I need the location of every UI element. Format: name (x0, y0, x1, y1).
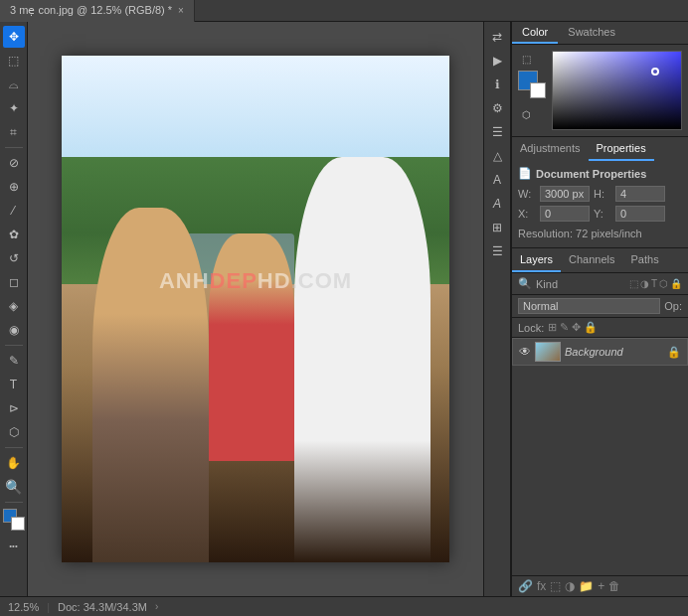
x-label: X: (518, 208, 536, 220)
color-box[interactable] (3, 509, 25, 531)
opacity-label: Op: (664, 300, 682, 312)
add-group-icon[interactable]: 📁 (579, 579, 594, 593)
mid-adjust-btn[interactable]: △ (486, 145, 508, 167)
blend-mode-select[interactable]: Normal (518, 298, 660, 314)
background-color-swatch[interactable] (11, 517, 25, 531)
mid-play-btn[interactable]: ▶ (486, 50, 508, 72)
h-value[interactable]: 4 (615, 186, 665, 202)
tab-filename: 3 mẹ con.jpg @ 12.5% (RGB/8) * (10, 4, 172, 17)
quick-select-tool[interactable]: ✦ (3, 97, 25, 119)
color-spectrum[interactable] (552, 51, 682, 130)
layer-name: Background (565, 346, 623, 358)
status-arrow[interactable]: › (155, 601, 158, 612)
mid-bars-btn[interactable]: ☰ (486, 240, 508, 262)
mid-info-btn[interactable]: ℹ (486, 74, 508, 95)
layer-visibility-icon[interactable]: 👁 (519, 345, 531, 359)
canvas-wrapper: ANHDEPHD.COM (62, 56, 449, 562)
add-adjustment-icon[interactable]: ◑ (565, 579, 575, 593)
watermark: ANHDEPHD.COM (159, 268, 352, 294)
lock-pixels-icon[interactable]: ⊞ (548, 321, 557, 334)
link-layers-icon[interactable]: 🔗 (518, 579, 533, 593)
add-mask-icon[interactable]: ⬚ (550, 579, 561, 593)
path-select-tool[interactable]: ⊳ (3, 397, 25, 419)
color-mode-icon[interactable]: ⬚ (518, 51, 534, 67)
person-mid (209, 233, 294, 462)
lock-icons: ⊞ ✎ ✥ 🔒 (548, 321, 598, 334)
close-tab-button[interactable]: × (178, 5, 184, 16)
lock-pos-icon[interactable]: ✎ (560, 321, 569, 334)
tool-sep-4 (5, 502, 23, 503)
status-bar: 12.5% | Doc: 34.3M/34.3M › (0, 596, 688, 616)
layers-tab[interactable]: Layers (512, 248, 561, 272)
adjustments-tab[interactable]: Adjustments (512, 137, 589, 161)
kind-label: Kind (536, 278, 625, 290)
lasso-tool[interactable]: ⌓ (3, 74, 25, 95)
add-style-icon[interactable]: fx (537, 579, 546, 593)
xy-row: X: 0 Y: 0 (518, 206, 682, 222)
hand-tool[interactable]: ✋ (3, 452, 25, 474)
move-tool[interactable]: ✥ (3, 26, 25, 48)
delete-layer-icon[interactable]: 🗑 (608, 579, 620, 593)
color-tab[interactable]: Color (512, 22, 558, 44)
eyedropper-tool[interactable]: ⊘ (3, 152, 25, 174)
select-rect-tool[interactable]: ⬚ (3, 50, 25, 72)
zoom-level: 12.5% (8, 601, 39, 613)
person-left (92, 208, 209, 562)
lock-all-icon[interactable]: 🔒 (584, 321, 598, 334)
background-layer-item[interactable]: 👁 Background 🔒 (512, 338, 688, 366)
layers-blend-row: Normal Op: (512, 295, 688, 318)
fg-bg-colors[interactable] (518, 71, 546, 98)
file-tab[interactable]: 3 mẹ con.jpg @ 12.5% (RGB/8) * × (0, 0, 195, 22)
gradient-tool[interactable]: ◈ (3, 295, 25, 317)
mid-text2-btn[interactable]: A (486, 193, 508, 215)
person-right (294, 157, 430, 562)
x-value[interactable]: 0 (540, 206, 590, 222)
y-label: Y: (594, 208, 611, 220)
paths-tab[interactable]: Paths (623, 248, 667, 272)
text-tool[interactable]: T (3, 374, 25, 395)
crop-tool[interactable]: ⌗ (3, 121, 25, 143)
add-layer-icon[interactable]: + (598, 579, 604, 593)
smart-kind-icon[interactable]: 🔒 (670, 278, 682, 289)
tool-sep-1 (5, 147, 23, 148)
lock-move-icon[interactable]: ✥ (572, 321, 581, 334)
w-value[interactable]: 3000 px (540, 186, 590, 202)
tab-bar: 3 mẹ con.jpg @ 12.5% (RGB/8) * × (0, 0, 688, 22)
pen-tool[interactable]: ✎ (3, 350, 25, 372)
layers-search-bar: 🔍 Kind ⬚ ◑ T ⬡ 🔒 (512, 273, 688, 295)
eraser-tool[interactable]: ◻ (3, 271, 25, 293)
zoom-tool[interactable]: 🔍 (3, 476, 25, 498)
more-tools[interactable]: ••• (3, 535, 25, 556)
shape-kind-icon[interactable]: ⬡ (659, 278, 668, 289)
shape-tool[interactable]: ⬡ (3, 421, 25, 443)
history-tool[interactable]: ↺ (3, 247, 25, 269)
properties-tab[interactable]: Properties (589, 137, 654, 161)
color-icons: ⬚ ⬡ (518, 51, 546, 122)
mid-layers-btn[interactable]: ☰ (486, 121, 508, 143)
clone-tool[interactable]: ✿ (3, 224, 25, 245)
spot-heal-tool[interactable]: ⊕ (3, 176, 25, 198)
right-sidebar: Color Swatches ⬚ ⬡ (511, 22, 688, 596)
background-picker[interactable] (530, 82, 546, 98)
h-label: H: (594, 188, 611, 200)
mid-text-btn[interactable]: A (486, 169, 508, 191)
mid-grid-btn[interactable]: ⊞ (486, 217, 508, 238)
color-panel-tabs: Color Swatches (512, 22, 688, 45)
tool-sep-2 (5, 345, 23, 346)
mid-settings-btn[interactable]: ⚙ (486, 97, 508, 119)
layers-lock-row: Lock: ⊞ ✎ ✥ 🔒 (512, 318, 688, 338)
adjust-kind-icon[interactable]: ◑ (640, 278, 649, 289)
type-kind-icon[interactable]: T (651, 278, 657, 289)
y-value[interactable]: 0 (615, 206, 665, 222)
layers-search-icon: 🔍 (518, 277, 532, 290)
brush-tool[interactable]: ∕ (3, 200, 25, 222)
layers-empty-space (512, 366, 688, 575)
pixel-kind-icon[interactable]: ⬚ (629, 278, 638, 289)
mid-move-btn[interactable]: ⇄ (486, 26, 508, 48)
blur-tool[interactable]: ◉ (3, 319, 25, 341)
mid-toolbar: ⇄ ▶ ℹ ⚙ ☰ △ A A ⊞ ☰ (483, 22, 511, 596)
swatches-tab[interactable]: Swatches (558, 22, 625, 44)
layers-tabs: Layers Channels Paths (512, 248, 688, 273)
reset-colors-icon[interactable]: ⬡ (518, 106, 534, 122)
channels-tab[interactable]: Channels (561, 248, 622, 272)
